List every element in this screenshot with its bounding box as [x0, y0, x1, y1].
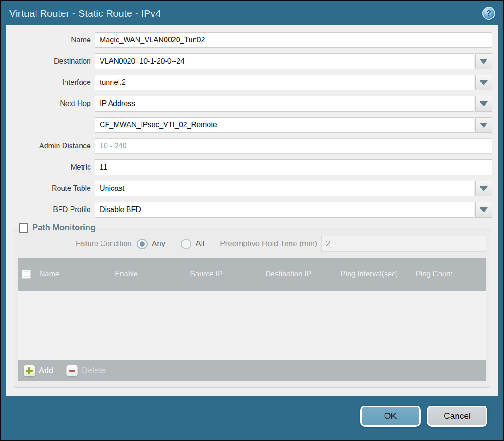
- column-header-ping-count: Ping Count: [411, 258, 486, 291]
- failure-condition-all-label: All: [196, 239, 204, 248]
- dialog-content: Name Destination Interface: [6, 25, 498, 396]
- row-destination: Destination: [6, 53, 492, 69]
- destination-label: Destination: [6, 57, 95, 65]
- path-monitoring-table: Name Enable Source IP Destination IP Pin…: [18, 258, 486, 381]
- column-header-source-ip: Source IP: [185, 258, 260, 291]
- table-header-checkbox-cell: [18, 258, 35, 291]
- row-route-table: Route Table: [6, 181, 492, 196]
- path-monitoring-legend: Path Monitoring: [18, 223, 98, 233]
- interface-dropdown-button[interactable]: [475, 75, 492, 90]
- row-admin-distance: Admin Distance: [6, 138, 492, 154]
- chevron-down-icon: [480, 59, 488, 64]
- name-label: Name: [6, 36, 95, 44]
- next-hop-type-dropdown-button[interactable]: [475, 96, 492, 112]
- bfd-profile-label: BFD Profile: [6, 206, 95, 214]
- metric-input[interactable]: [95, 159, 492, 175]
- column-header-enable: Enable: [110, 258, 185, 291]
- row-name: Name: [6, 32, 492, 48]
- chevron-down-icon: [480, 207, 488, 212]
- row-next-hop: Next Hop: [6, 96, 492, 112]
- preemptive-hold-time-label: Preemptive Hold Time (min): [220, 239, 317, 248]
- bfd-profile-input[interactable]: [95, 202, 474, 218]
- bfd-profile-dropdown-button[interactable]: [475, 202, 492, 218]
- help-icon[interactable]: ?: [482, 7, 495, 20]
- preemptive-hold-time-input[interactable]: [321, 236, 486, 252]
- minus-icon: [66, 365, 78, 376]
- path-monitoring-title: Path Monitoring: [32, 223, 95, 233]
- table-body-empty: [18, 291, 486, 360]
- route-table-label: Route Table: [6, 184, 95, 193]
- select-all-checkbox[interactable]: [22, 270, 31, 279]
- help-glyph: ?: [486, 9, 491, 18]
- cancel-button[interactable]: Cancel: [427, 406, 487, 427]
- row-bfd-profile: BFD Profile: [6, 202, 492, 218]
- admin-distance-input[interactable]: [95, 138, 492, 154]
- chevron-down-icon: [480, 101, 488, 106]
- add-button[interactable]: Add: [24, 365, 53, 376]
- column-header-ping-interval: Ping Interval(sec): [336, 258, 411, 291]
- next-hop-address-input[interactable]: [95, 117, 474, 133]
- failure-condition-row: Failure Condition Any All Preemptive Hol…: [18, 235, 486, 253]
- failure-condition-label: Failure Condition: [18, 240, 137, 248]
- path-monitoring-section: Path Monitoring Failure Condition Any Al…: [14, 223, 490, 388]
- row-next-hop-address: [6, 117, 492, 133]
- dialog-title: Virtual Router - Static Route - IPv4: [9, 8, 161, 19]
- failure-condition-any-label: Any: [152, 239, 165, 248]
- next-hop-label: Next Hop: [6, 100, 95, 108]
- add-button-label: Add: [39, 366, 53, 376]
- ok-button[interactable]: OK: [360, 406, 421, 427]
- failure-condition-any-radio[interactable]: [137, 239, 148, 249]
- route-table-input[interactable]: [95, 181, 474, 196]
- delete-button-label: Delete: [82, 366, 106, 376]
- chevron-down-icon: [480, 186, 488, 191]
- column-header-name: Name: [35, 258, 110, 291]
- name-input[interactable]: [95, 32, 492, 48]
- title-bar: Virtual Router - Static Route - IPv4 ?: [1, 1, 503, 25]
- interface-label: Interface: [6, 78, 95, 87]
- chevron-down-icon: [480, 123, 488, 128]
- table-header: Name Enable Source IP Destination IP Pin…: [18, 258, 486, 291]
- route-table-dropdown-button[interactable]: [475, 181, 492, 196]
- failure-condition-all-radio[interactable]: [181, 239, 191, 249]
- interface-input[interactable]: [95, 75, 474, 90]
- admin-distance-label: Admin Distance: [6, 142, 95, 150]
- destination-dropdown-button[interactable]: [475, 53, 492, 69]
- metric-label: Metric: [6, 163, 95, 171]
- row-metric: Metric: [6, 159, 492, 175]
- table-toolbar: Add Delete: [18, 360, 486, 381]
- chevron-down-icon: [480, 80, 488, 85]
- dialog-window: Virtual Router - Static Route - IPv4 ? N…: [1, 1, 503, 440]
- dialog-footer: OK Cancel: [1, 396, 503, 440]
- plus-icon: [24, 365, 35, 376]
- column-header-destination-ip: Destination IP: [261, 258, 336, 291]
- next-hop-type-input[interactable]: [95, 96, 474, 112]
- destination-input[interactable]: [95, 53, 474, 69]
- row-interface: Interface: [6, 75, 492, 90]
- delete-button[interactable]: Delete: [66, 365, 106, 376]
- next-hop-address-dropdown-button[interactable]: [475, 117, 492, 133]
- path-monitoring-checkbox[interactable]: [19, 223, 28, 233]
